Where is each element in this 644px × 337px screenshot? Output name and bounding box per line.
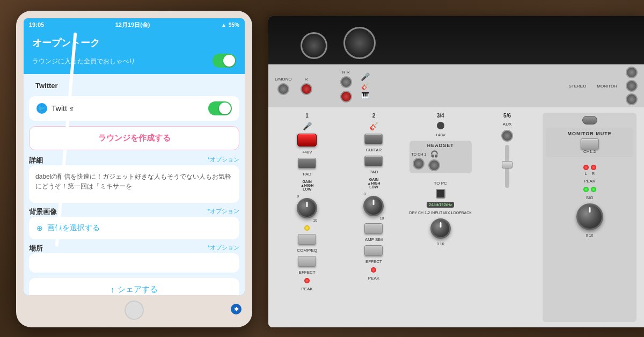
twitter-icon: 🐦 bbox=[36, 103, 47, 114]
l-mono-port: L/MONO bbox=[275, 77, 292, 95]
channel-strips: 1 🎤 +48V PAD GAIN ▲HIGH LOW bbox=[276, 113, 636, 322]
headset-jack-2 bbox=[428, 159, 440, 171]
channel-2: 2 🎸 GUITAR PAD GAIN ▲HIGH LOW bbox=[342, 113, 405, 322]
ch1-pad-label: PAD bbox=[303, 172, 311, 177]
ch56-fader-track bbox=[505, 145, 509, 188]
rr-jack bbox=[340, 76, 352, 88]
ch2-gain-area: 0 10 bbox=[363, 192, 384, 220]
ch1-48v-button[interactable] bbox=[297, 134, 317, 146]
app-subtitle: ラウンジに入った全員でおしゃべり bbox=[32, 57, 135, 66]
to-pc-label: TO PC bbox=[434, 181, 447, 186]
ch1-peak-label: PEAK bbox=[301, 287, 312, 291]
ch34-knob[interactable] bbox=[430, 218, 451, 239]
usb-port bbox=[436, 189, 445, 199]
peak-led-l bbox=[583, 165, 589, 170]
location-option: *オプション bbox=[208, 244, 239, 252]
status-right: ▲ 95% bbox=[221, 22, 239, 28]
share-label: シェアする bbox=[118, 284, 158, 295]
ch2-amp-sim-label: AMP SIM bbox=[365, 237, 383, 242]
output-jack-2 bbox=[626, 80, 638, 92]
loopback-label: DRY CH 1-2 INPUT MIX LOOPBACK bbox=[409, 211, 472, 215]
ch1-comp-eq-button[interactable] bbox=[298, 234, 316, 245]
peak-l-group: L bbox=[583, 165, 589, 175]
r-jack bbox=[301, 83, 312, 95]
ch34-knob-label: 0 10 bbox=[437, 242, 444, 246]
headset-title: HEADSET bbox=[412, 143, 470, 148]
master-knob-label: 0 10 bbox=[586, 233, 594, 237]
peak-led-r bbox=[591, 165, 596, 170]
channel-1: 1 🎤 +48V PAD GAIN ▲HIGH LOW bbox=[276, 113, 338, 322]
twitter-section-label: Twitter bbox=[29, 78, 239, 91]
plus-circle-icon: ⊕ bbox=[36, 224, 43, 232]
battery-level: 95% bbox=[229, 22, 239, 28]
channel-34: 3/4 +48V HEADSET TO CH 1 🎧 bbox=[409, 113, 472, 322]
ch2-effect-button[interactable] bbox=[364, 245, 383, 256]
location-label: 場所 bbox=[29, 244, 43, 253]
ipad-body: 19:05 12月19日(金) ▲ 95% オープントーク ラウンジに入った全員… bbox=[16, 11, 252, 327]
mixer-body: L/MONO R R R 🎤 🎸 🎹 bbox=[268, 16, 644, 327]
headphones-icon: 🎧 bbox=[430, 150, 438, 158]
yamaha-mixer: L/MONO R R R 🎤 🎸 🎹 bbox=[258, 0, 644, 337]
output-jack-3 bbox=[626, 93, 638, 105]
output-jack-1 bbox=[626, 67, 638, 78]
image-select-label: 画像を選択する bbox=[47, 223, 100, 233]
ch2-label: 2 bbox=[372, 113, 376, 119]
monitor-mute-title: MONITOR MUTE bbox=[549, 131, 630, 136]
ch2-pad-label: PAD bbox=[370, 170, 378, 174]
monitor-mute-button[interactable] bbox=[581, 138, 599, 149]
share-button[interactable]: ↑ シェアする bbox=[29, 278, 239, 295]
ch2-amp-sim-button[interactable] bbox=[364, 223, 383, 234]
ch2-guitar-icon: 🎸 bbox=[369, 122, 378, 130]
share-icon: ↑ bbox=[111, 285, 115, 294]
ch1-48v-label: +48V bbox=[302, 150, 312, 155]
bg-image-label: 背景画像 bbox=[29, 207, 57, 217]
ch34-led bbox=[437, 122, 444, 129]
sig-led-r bbox=[591, 187, 596, 192]
header-row: ラウンジに入った全員でおしゃべり bbox=[32, 54, 236, 68]
ch1-effect-button[interactable] bbox=[298, 256, 316, 267]
details-option: *オプション bbox=[208, 156, 239, 164]
create-lounge-button[interactable]: ラウンジを作成する bbox=[29, 126, 239, 150]
output-jacks bbox=[626, 67, 638, 105]
power-button[interactable] bbox=[582, 116, 597, 124]
details-header-row: 詳細 *オプション bbox=[29, 156, 239, 165]
ch34-label: 3/4 bbox=[437, 113, 444, 119]
aux-jack bbox=[501, 130, 513, 142]
lounge-chat-toggle[interactable] bbox=[213, 54, 236, 68]
ch1-pad-button[interactable] bbox=[298, 158, 316, 169]
app-header: オープントーク ラウンジに入った全員でおしゃべり bbox=[24, 31, 245, 74]
ch2-pad-button[interactable] bbox=[364, 156, 383, 166]
master-knob[interactable] bbox=[576, 203, 603, 230]
ch2-gain-knob[interactable] bbox=[363, 196, 384, 216]
status-bar: 19:05 12月19日(金) ▲ 95% bbox=[24, 18, 245, 31]
aux-label: AUX bbox=[503, 122, 511, 127]
headset-section: HEADSET TO CH 1 🎧 bbox=[409, 141, 472, 173]
bluetooth-icon: ✱ bbox=[231, 304, 241, 314]
right-controls: MONITOR MUTE CH1-2 L R bbox=[543, 113, 636, 322]
ch1-led-yellow bbox=[304, 225, 310, 231]
xlr-jack-2 bbox=[343, 27, 376, 59]
ch2-gain-high-low: GAIN ▲HIGH LOW bbox=[367, 178, 380, 189]
ch1-comp-eq-label: COMP/EQ bbox=[297, 248, 317, 253]
details-label: 詳細 bbox=[29, 156, 43, 165]
xlr-jack-1 bbox=[301, 32, 327, 59]
channel-56: 5/6 AUX bbox=[476, 113, 538, 322]
l-mono-jack bbox=[277, 83, 289, 95]
ch2-guitar-button[interactable] bbox=[364, 134, 383, 144]
twitter-toggle[interactable] bbox=[208, 101, 232, 115]
ipad-home-button[interactable] bbox=[125, 301, 144, 320]
ch1-gain-knob[interactable] bbox=[297, 198, 317, 218]
main-panel: 1 🎤 +48V PAD GAIN ▲HIGH LOW bbox=[268, 107, 644, 327]
sig-title: SIG bbox=[586, 195, 594, 200]
headset-jack-1 bbox=[413, 158, 425, 170]
location-input[interactable] bbox=[29, 253, 239, 273]
app-content: オープントーク ラウンジに入った全員でおしゃべり Twitter 🐦 Twitt… bbox=[24, 31, 245, 295]
ipad-screen: 19:05 12月19日(金) ▲ 95% オープントーク ラウンジに入った全員… bbox=[24, 18, 245, 295]
ch1-peak-led bbox=[304, 278, 310, 283]
ch2-guitar-label: GUITAR bbox=[366, 148, 382, 152]
ch1-effect-label: EFFECT bbox=[299, 270, 316, 275]
location-header-row: 場所 *オプション bbox=[29, 244, 239, 253]
ch56-fader-handle[interactable] bbox=[502, 161, 513, 169]
twitter-row[interactable]: 🐦 Twitter bbox=[29, 96, 239, 121]
24bit-badge: 24-bit/192kHz bbox=[427, 202, 454, 208]
